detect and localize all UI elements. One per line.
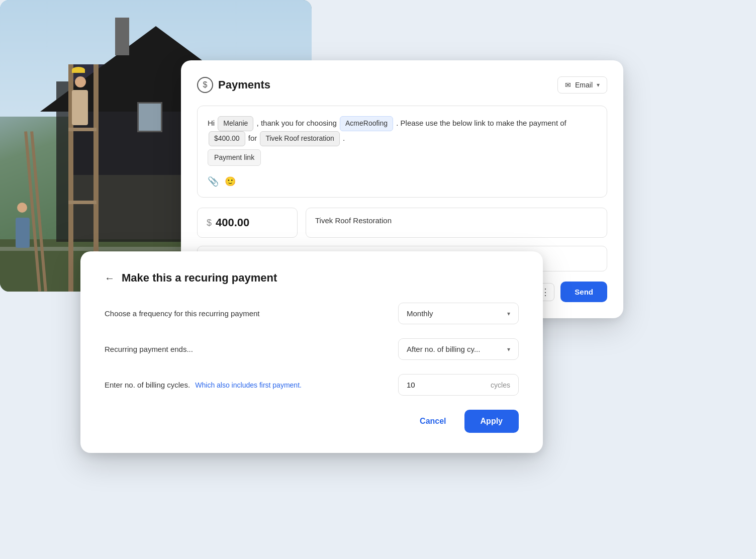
modal-footer: Cancel Apply <box>105 410 519 433</box>
amount-tag: $400.00 <box>209 131 245 146</box>
dollar-icon: $ <box>197 77 213 93</box>
recurring-payment-modal: ← Make this a recuring payment Choose a … <box>80 251 543 453</box>
cancel-button[interactable]: Cancel <box>410 411 456 432</box>
message-text: Hi Melanie , thank you for choosing Acme… <box>208 116 597 166</box>
cycles-input[interactable]: 10 cycles <box>398 374 519 396</box>
attachment-icon[interactable]: 📎 <box>208 176 219 187</box>
text4: . <box>343 134 345 142</box>
cycles-label-text: Enter no. of billing cycles. <box>105 381 190 389</box>
customer-name-tag: Melanie <box>218 116 253 131</box>
ends-dropdown[interactable]: After no. of billing cy... ▾ <box>398 338 519 360</box>
company-tag: AcmeRoofing <box>340 116 393 131</box>
frequency-dropdown[interactable]: Monthly ▾ <box>398 303 519 324</box>
ends-value: After no. of billing cy... <box>407 345 480 353</box>
ends-label: Recurring payment ends... <box>105 345 398 353</box>
email-dropdown-button[interactable]: ✉ Email ▾ <box>557 76 607 94</box>
payments-title: Payments <box>218 78 270 91</box>
payments-title-group: $ Payments <box>197 77 270 93</box>
message-actions: 📎 🙂 <box>208 172 597 187</box>
emoji-icon[interactable]: 🙂 <box>225 176 236 187</box>
frequency-chevron-icon: ▾ <box>507 310 510 317</box>
send-button[interactable]: Send <box>560 282 607 302</box>
modal-header: ← Make this a recuring payment <box>105 271 519 285</box>
cycles-label: Enter no. of billing cycles. Which also … <box>105 381 398 389</box>
email-dropdown-label: Email <box>575 81 593 89</box>
payment-link-tag: Payment link <box>208 149 261 166</box>
modal-title: Make this a recuring payment <box>122 271 277 285</box>
amount-field[interactable]: $ 400.00 <box>197 208 298 238</box>
ends-row: Recurring payment ends... After no. of b… <box>105 338 519 360</box>
frequency-label: Choose a frequency for this recurring pa… <box>105 309 398 318</box>
cycles-unit: cycles <box>491 381 510 389</box>
payments-header: $ Payments ✉ Email ▾ <box>197 76 607 94</box>
frequency-value: Monthly <box>407 309 433 318</box>
ends-chevron-icon: ▾ <box>507 346 510 353</box>
email-envelope-icon: ✉ <box>565 81 571 89</box>
message-area: Hi Melanie , thank you for choosing Acme… <box>197 106 607 198</box>
text1: , thank you for choosing <box>257 119 337 127</box>
fields-row: $ 400.00 Tivek Roof Restoration <box>197 208 607 238</box>
project-tag: Tivek Roof restoration <box>260 131 339 146</box>
chevron-down-icon: ▾ <box>597 81 600 88</box>
text3: for <box>248 134 257 142</box>
apply-button[interactable]: Apply <box>464 410 519 433</box>
frequency-row: Choose a frequency for this recurring pa… <box>105 303 519 324</box>
text2: . Please use the below link to make the … <box>396 119 566 127</box>
cycles-row: Enter no. of billing cycles. Which also … <box>105 374 519 396</box>
cycles-value: 10 <box>407 381 415 389</box>
back-arrow-icon[interactable]: ← <box>105 272 115 284</box>
description-field[interactable]: Tivek Roof Restoration <box>306 208 607 238</box>
greeting-text: Hi <box>208 119 215 127</box>
description-value: Tivek Roof Restoration <box>315 216 392 225</box>
currency-symbol: $ <box>207 218 212 228</box>
cycles-hint: Which also includes first payment. <box>195 381 302 389</box>
amount-value: 400.00 <box>216 216 249 229</box>
